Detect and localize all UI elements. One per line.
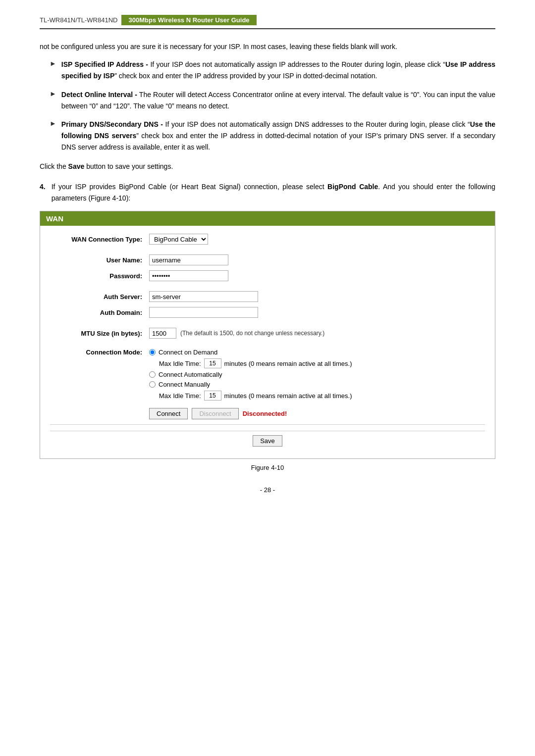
wan-connection-mode-label: Connection Mode: — [50, 349, 149, 356]
radio-manual-label: Connect Manually — [159, 381, 210, 388]
page-header: TL-WR841N/TL-WR841ND 300Mbps Wireless N … — [40, 15, 495, 29]
bullet-arrow-3: ► — [50, 119, 56, 127]
max-idle-label-2: Max Idle Time: — [159, 392, 201, 400]
wan-mtu-label: MTU Size (in bytes): — [50, 330, 149, 337]
bullet-content-1: ISP Specified IP Address - If your ISP d… — [61, 59, 495, 82]
wan-username-row: User Name: — [50, 254, 485, 265]
wan-mtu-note: (The default is 1500, do not change unle… — [180, 330, 324, 337]
wan-username-input[interactable] — [149, 254, 228, 265]
wan-auth-domain-label: Auth Domain: — [50, 309, 149, 316]
bullet-bold-2: Detect Online Interval - — [61, 91, 137, 99]
max-idle-note-1: minutes (0 means remain active at all ti… — [224, 360, 352, 367]
max-idle-input-2[interactable] — [204, 391, 221, 401]
bullet-content-3: Primary DNS/Secondary DNS - If your ISP … — [61, 119, 495, 153]
bullet-bold-3: Primary DNS/Secondary DNS - — [61, 120, 163, 128]
max-idle-row-2: Max Idle Time: minutes (0 means remain a… — [159, 391, 352, 401]
max-idle-note-2: minutes (0 means remain active at all ti… — [224, 392, 352, 400]
radio-row-demand: Connect on Demand — [149, 349, 352, 356]
header-model: TL-WR841N/TL-WR841ND — [40, 16, 117, 24]
wan-box: WAN WAN Connection Type: BigPond Cable U… — [40, 211, 495, 459]
radio-row-auto: Connect Automatically — [149, 371, 352, 378]
wan-auth-domain-input[interactable] — [149, 307, 258, 318]
bullet-content-2: Detect Online Interval - The Router will… — [61, 89, 495, 112]
wan-connection-type-label: WAN Connection Type: — [50, 236, 149, 243]
wan-mtu-input[interactable] — [149, 328, 176, 339]
bigpond-bold: BigPond Cable — [327, 183, 378, 191]
numbered-item-4: 4. If your ISP provides BigPond Cable (o… — [40, 181, 495, 204]
connection-options: Connect on Demand Max Idle Time: minutes… — [149, 349, 352, 419]
radio-auto-label: Connect Automatically — [159, 371, 222, 378]
radio-demand-label: Connect on Demand — [159, 349, 217, 356]
intro-text: not be configured unless you are sure it… — [40, 41, 495, 52]
wan-connection-type-row: WAN Connection Type: BigPond Cable — [50, 234, 485, 245]
page-number: - 28 - — [40, 486, 495, 494]
wan-save-button[interactable]: Save — [253, 435, 282, 447]
num-label-4: 4. — [40, 181, 46, 193]
radio-row-manual: Connect Manually — [149, 381, 352, 388]
wan-password-row: Password: — [50, 270, 485, 281]
wan-save-row: Save — [50, 431, 485, 451]
bullet-item-isp-ip: ► ISP Specified IP Address - If your ISP… — [50, 59, 495, 82]
wan-body: WAN Connection Type: BigPond Cable User … — [40, 226, 495, 458]
wan-password-input[interactable] — [149, 270, 228, 281]
bullet-arrow-1: ► — [50, 59, 56, 67]
max-idle-label-1: Max Idle Time: — [159, 360, 201, 367]
max-idle-row-1: Max Idle Time: minutes (0 means remain a… — [159, 358, 352, 368]
bullet-item-detect: ► Detect Online Interval - The Router wi… — [50, 89, 495, 112]
connect-btn-row: Connect Disconnect Disconnected! — [149, 408, 352, 419]
wan-auth-server-input[interactable] — [149, 291, 258, 302]
bullet-bold-1: ISP Specified IP Address - — [61, 60, 148, 68]
max-idle-input-1[interactable] — [204, 358, 221, 368]
wan-auth-server-label: Auth Server: — [50, 293, 149, 301]
connection-status: Disconnected! — [243, 410, 287, 417]
wan-connection-type-select[interactable]: BigPond Cable — [149, 234, 208, 245]
wan-password-label: Password: — [50, 272, 149, 280]
header-title: 300Mbps Wireless N Router User Guide — [121, 15, 256, 25]
radio-connect-auto[interactable] — [149, 371, 156, 378]
bullet-arrow-2: ► — [50, 90, 56, 98]
figure-caption: Figure 4-10 — [40, 464, 495, 471]
wan-auth-server-row: Auth Server: — [50, 291, 485, 302]
bullet-item-dns: ► Primary DNS/Secondary DNS - If your IS… — [50, 119, 495, 153]
save-instruction: Click the Save button to save your setti… — [40, 161, 495, 172]
radio-connect-manual[interactable] — [149, 381, 156, 388]
wan-divider — [50, 424, 485, 425]
radio-connect-demand[interactable] — [149, 349, 156, 355]
wan-username-label: User Name: — [50, 256, 149, 264]
wan-mtu-row: MTU Size (in bytes): (The default is 150… — [50, 328, 485, 339]
wan-header: WAN — [40, 211, 495, 226]
num-content-4: If your ISP provides BigPond Cable (or H… — [52, 181, 495, 204]
disconnect-button[interactable]: Disconnect — [192, 408, 238, 419]
connect-button[interactable]: Connect — [149, 408, 188, 419]
wan-connection-mode-block: Connection Mode: Connect on Demand Max I… — [50, 349, 485, 419]
bullet-list: ► ISP Specified IP Address - If your ISP… — [50, 59, 495, 153]
wan-auth-domain-row: Auth Domain: — [50, 307, 485, 318]
save-word: Save — [68, 162, 85, 170]
